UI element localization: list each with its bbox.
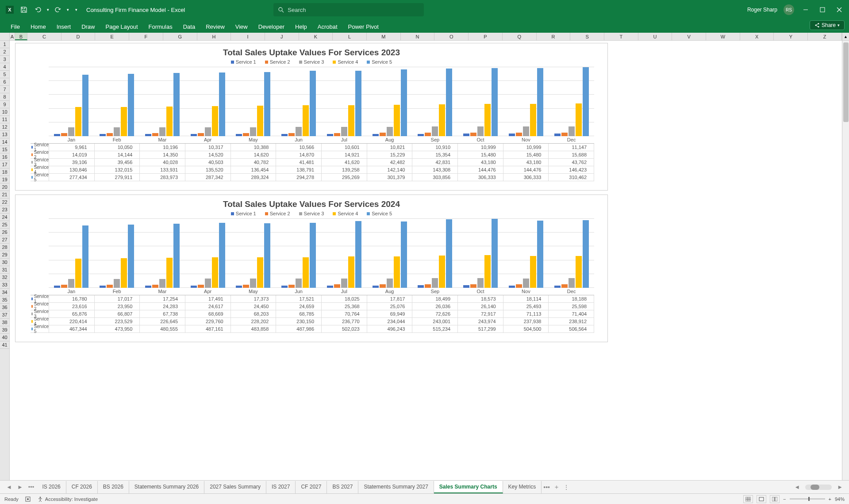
sheet-tab-key-metrics[interactable]: Key Metrics: [503, 481, 542, 493]
row-header-29[interactable]: 29: [0, 251, 9, 259]
share-button[interactable]: Share ▾: [810, 20, 845, 30]
sheet-tab-2027-sales-summary[interactable]: 2027 Sales Summary: [204, 481, 266, 493]
zoom-out-icon[interactable]: −: [783, 496, 786, 502]
minimize-icon[interactable]: [800, 4, 811, 15]
row-header-35[interactable]: 35: [0, 296, 9, 304]
column-header-V[interactable]: V: [672, 33, 706, 40]
redo-icon[interactable]: [53, 4, 63, 15]
row-header-33[interactable]: 33: [0, 281, 9, 289]
row-header-10[interactable]: 10: [0, 108, 9, 116]
column-header-M[interactable]: M: [367, 33, 401, 40]
chart-2024[interactable]: Total Sales Uptake Values For Services 2…: [15, 195, 608, 342]
column-header-N[interactable]: N: [401, 33, 435, 40]
sheet-tab-is-2027[interactable]: IS 2027: [266, 481, 296, 493]
column-header-R[interactable]: R: [537, 33, 571, 40]
ribbon-tab-home[interactable]: Home: [25, 21, 51, 33]
column-header-Z[interactable]: Z: [808, 33, 842, 40]
row-header-28[interactable]: 28: [0, 244, 9, 251]
zoom-level[interactable]: 94%: [835, 496, 845, 502]
row-header-7[interactable]: 7: [0, 86, 9, 93]
tabs-overflow-icon[interactable]: •••: [542, 484, 552, 491]
ribbon-tab-file[interactable]: File: [5, 21, 25, 33]
row-header-32[interactable]: 32: [0, 274, 9, 281]
column-header-Q[interactable]: Q: [503, 33, 537, 40]
column-header-X[interactable]: X: [740, 33, 774, 40]
ribbon-tab-data[interactable]: Data: [178, 21, 200, 33]
row-header-18[interactable]: 18: [0, 168, 9, 176]
row-header-15[interactable]: 15: [0, 146, 9, 153]
accessibility-status[interactable]: Accessibility: Investigate: [37, 496, 98, 502]
column-header-O[interactable]: O: [434, 33, 469, 40]
view-page-layout-icon[interactable]: [757, 495, 766, 503]
maximize-icon[interactable]: [817, 4, 828, 15]
view-page-break-icon[interactable]: [770, 495, 780, 503]
row-header-17[interactable]: 17: [0, 161, 9, 168]
row-header-16[interactable]: 16: [0, 153, 9, 161]
macro-record-icon[interactable]: [25, 496, 31, 502]
column-header-D[interactable]: D: [61, 33, 96, 40]
row-header-41[interactable]: 41: [0, 341, 9, 349]
row-header-34[interactable]: 34: [0, 289, 9, 296]
row-header-30[interactable]: 30: [0, 259, 9, 266]
ribbon-tab-formulas[interactable]: Formulas: [143, 21, 178, 33]
row-header-19[interactable]: 19: [0, 176, 9, 183]
undo-dropdown-icon[interactable]: ▾: [47, 8, 49, 12]
row-header-37[interactable]: 37: [0, 311, 9, 319]
column-header-F[interactable]: F: [129, 33, 163, 40]
column-header-E[interactable]: E: [95, 33, 129, 40]
sheet-tab-statements-summary-2027[interactable]: Statements Summary 2027: [358, 481, 434, 493]
search-box[interactable]: [273, 3, 424, 16]
row-header-25[interactable]: 25: [0, 221, 9, 229]
row-header-11[interactable]: 11: [0, 116, 9, 123]
row-header-26[interactable]: 26: [0, 229, 9, 236]
sheet-area[interactable]: Total Sales Uptake Values For Services 2…: [10, 41, 842, 480]
column-header-K[interactable]: K: [299, 33, 333, 40]
new-sheet-icon[interactable]: ＋: [552, 483, 561, 491]
row-header-12[interactable]: 12: [0, 123, 9, 131]
row-header-23[interactable]: 23: [0, 206, 9, 214]
row-header-27[interactable]: 27: [0, 236, 9, 244]
column-header-B[interactable]: B: [15, 33, 27, 40]
ribbon-tab-acrobat[interactable]: Acrobat: [312, 21, 343, 33]
sheet-tab-cf-2027[interactable]: CF 2027: [296, 481, 327, 493]
row-header-5[interactable]: 5: [0, 71, 9, 78]
undo-icon[interactable]: [33, 4, 43, 15]
close-icon[interactable]: [834, 4, 845, 15]
horizontal-scrollbar[interactable]: [805, 485, 832, 490]
column-header-C[interactable]: C: [27, 33, 61, 40]
column-header-U[interactable]: U: [638, 33, 672, 40]
sheet-tab-sales-summary-charts[interactable]: Sales Summary Charts: [434, 481, 503, 493]
column-header-A[interactable]: A: [10, 33, 15, 40]
user-name[interactable]: Roger Sharp: [747, 7, 777, 13]
vertical-scrollbar[interactable]: [842, 41, 849, 480]
row-header-1[interactable]: 1: [0, 41, 9, 48]
column-header-I[interactable]: I: [231, 33, 265, 40]
sheet-tab-is-2026[interactable]: IS 2026: [37, 481, 66, 493]
row-header-21[interactable]: 21: [0, 191, 9, 199]
tab-menu-icon[interactable]: •••: [26, 484, 37, 490]
ribbon-tab-help[interactable]: Help: [290, 21, 312, 33]
ribbon-tab-insert[interactable]: Insert: [51, 21, 77, 33]
column-header-Y[interactable]: Y: [774, 33, 808, 40]
column-header-T[interactable]: T: [604, 33, 638, 40]
row-header-9[interactable]: 9: [0, 101, 9, 108]
zoom-in-icon[interactable]: +: [829, 496, 831, 502]
row-header-38[interactable]: 38: [0, 319, 9, 326]
column-header-P[interactable]: P: [469, 33, 503, 40]
row-header-2[interactable]: 2: [0, 48, 9, 56]
row-header-13[interactable]: 13: [0, 131, 9, 138]
row-header-3[interactable]: 3: [0, 56, 9, 63]
column-header-J[interactable]: J: [265, 33, 299, 40]
row-header-6[interactable]: 6: [0, 78, 9, 86]
column-header-L[interactable]: L: [333, 33, 367, 40]
scroll-up-icon[interactable]: ▲: [842, 33, 849, 40]
ribbon-tab-view[interactable]: View: [230, 21, 253, 33]
sheet-tab-statements-summary-2026[interactable]: Statements Summary 2026: [129, 481, 204, 493]
ribbon-tab-review[interactable]: Review: [200, 21, 230, 33]
ribbon-tab-developer[interactable]: Developer: [253, 21, 290, 33]
search-input[interactable]: [288, 7, 419, 13]
tab-options-icon[interactable]: ⋮: [561, 484, 571, 491]
column-header-S[interactable]: S: [570, 33, 604, 40]
hscroll-right-icon[interactable]: ►: [834, 484, 845, 490]
ribbon-tab-draw[interactable]: Draw: [76, 21, 100, 33]
